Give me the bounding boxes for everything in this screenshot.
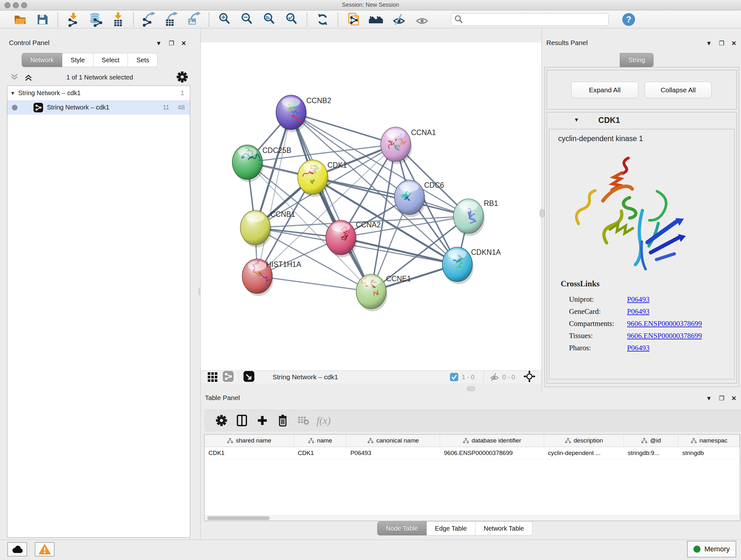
collapse-all-button[interactable]: Collapse All — [645, 82, 712, 98]
show-grid-button[interactable] — [207, 371, 218, 383]
table-cell[interactable]: CDK1 — [205, 447, 294, 459]
tab-network[interactable]: Network — [22, 53, 62, 67]
crosslink-link[interactable]: P06493 — [627, 344, 650, 352]
tab-style[interactable]: Style — [62, 53, 93, 67]
collapse-panel-icon[interactable]: ▼ — [706, 40, 712, 46]
delete-column-button[interactable] — [273, 412, 293, 429]
zoom-in-button[interactable] — [213, 11, 236, 28]
column-header-database-identifier[interactable]: database identifier — [440, 435, 544, 447]
node-RB1[interactable]: RB1 — [454, 199, 498, 236]
refresh-button[interactable] — [312, 11, 334, 28]
column-header-@id[interactable]: @id — [624, 435, 678, 447]
warnings-button[interactable] — [35, 542, 55, 557]
node-HIST1H1A[interactable]: HIST1H1A — [242, 259, 301, 296]
network-graph[interactable]: CCNB2CCNA1CDC25BCDK1CDC6RB1CCNB1CCNA2CDK… — [201, 43, 541, 370]
tab-select[interactable]: Select — [93, 53, 128, 67]
network-birdseye-button[interactable] — [222, 371, 234, 383]
title-bar[interactable]: Session: New Session — [0, 0, 741, 10]
column-header-namespac[interactable]: namespac — [678, 435, 740, 447]
collapse-panel-icon[interactable]: ▼ — [706, 395, 712, 401]
node-CDK1[interactable]: CDK1 — [298, 160, 347, 197]
float-panel-icon[interactable]: ❐ — [719, 395, 724, 401]
table-cell[interactable]: stringdb — [678, 447, 740, 459]
table-cell[interactable]: CDK1 — [294, 447, 347, 459]
column-header-canonical-name[interactable]: canonical name — [347, 435, 440, 447]
table-options-button[interactable] — [211, 412, 232, 429]
tab-edge-table[interactable]: Edge Table — [427, 521, 475, 536]
node-CCNE1[interactable]: CCNE1 — [356, 274, 411, 311]
show-columns-button[interactable] — [232, 412, 252, 429]
right-splitter-handle[interactable] — [540, 209, 544, 217]
delete-table-button[interactable] — [293, 412, 313, 429]
export-view-button[interactable] — [243, 371, 255, 383]
crosslink-link[interactable]: P06493 — [627, 295, 650, 303]
export-network-button[interactable] — [138, 11, 160, 28]
table-row[interactable]: CDK1CDK1P064939606.ENSP00000378699cyclin… — [205, 447, 740, 459]
export-image-button[interactable] — [183, 11, 205, 28]
tab-sets[interactable]: Sets — [128, 53, 158, 67]
import-network-button[interactable] — [62, 11, 84, 28]
toolbar-search[interactable] — [451, 13, 609, 26]
cloud-status-button[interactable] — [7, 542, 27, 557]
close-panel-icon[interactable]: ✕ — [731, 395, 737, 401]
bottom-splitter-handle[interactable] — [467, 386, 475, 391]
hidden-eye-icon[interactable] — [488, 372, 499, 382]
table-cell[interactable]: 9606.ENSP00000378699 — [440, 447, 544, 459]
network-collection-row[interactable]: ▼ String Network – cdk1 1 — [7, 86, 190, 100]
add-column-button[interactable] — [252, 412, 273, 429]
open-session-button[interactable] — [9, 11, 31, 28]
close-panel-icon[interactable]: ✕ — [731, 40, 737, 46]
column-header-shared-name[interactable]: shared name — [205, 435, 294, 447]
scrollbar-thumb[interactable] — [207, 516, 270, 520]
tab-string[interactable]: String — [620, 53, 654, 67]
fit-content-button[interactable] — [523, 370, 536, 384]
memory-button[interactable]: Memory — [687, 541, 736, 557]
close-panel-icon[interactable]: ✕ — [181, 40, 186, 46]
table-cell[interactable]: cyclin-dependent ... — [544, 447, 624, 459]
import-network-from-database-button[interactable] — [84, 11, 107, 28]
tab-node-table[interactable]: Node Table — [377, 521, 427, 536]
export-table-button[interactable] — [160, 11, 183, 28]
section-expander-icon[interactable]: ▼ — [574, 117, 579, 123]
edge-HIST1H1A-CCNE1[interactable] — [257, 276, 371, 292]
table-cell[interactable]: stringdb:9... — [624, 447, 678, 459]
selected-checkbox-icon[interactable] — [450, 373, 459, 381]
function-builder-button[interactable]: f(x) — [313, 412, 334, 429]
network-canvas[interactable]: CCNB2CCNA1CDC25BCDK1CDC6RB1CCNB1CCNA2CDK… — [201, 43, 541, 370]
node-CDC6[interactable]: CDC6 — [394, 180, 444, 217]
tree-expander-icon[interactable]: ▼ — [7, 90, 18, 96]
protein-section-header[interactable]: ▼ CDK1 — [547, 112, 737, 128]
node-CDC25B[interactable]: CDC25B — [232, 145, 291, 182]
network-row[interactable]: String Network – cdk1 11 48 — [7, 100, 190, 115]
edge-CCNA2-CDKN1A[interactable] — [341, 238, 457, 264]
zoom-out-button[interactable] — [236, 11, 258, 28]
first-neighbors-button[interactable] — [365, 11, 387, 28]
zoom-selected-button[interactable] — [280, 11, 303, 28]
show-all-button[interactable] — [409, 11, 432, 28]
import-table-button[interactable] — [107, 11, 129, 28]
hide-selected-button[interactable] — [387, 11, 409, 28]
edge-CDK1-RB1[interactable] — [313, 177, 468, 216]
float-panel-icon[interactable]: ❐ — [719, 40, 724, 46]
horizontal-scrollbar[interactable] — [205, 515, 739, 521]
node-CCNA1[interactable]: CCNA1 — [381, 127, 436, 164]
float-panel-icon[interactable]: ❐ — [169, 40, 174, 46]
table-cell[interactable]: P06493 — [347, 447, 440, 459]
expand-all-button[interactable]: Expand All — [571, 82, 638, 98]
edge-CCNB2-CCNE1[interactable] — [291, 112, 371, 292]
collapse-all-icon[interactable] — [10, 73, 19, 82]
network-options-gear[interactable] — [176, 71, 188, 84]
column-header-description[interactable]: description — [544, 435, 624, 447]
copy-network-button[interactable] — [342, 11, 365, 28]
help-button[interactable]: ? — [617, 11, 640, 28]
expand-all-icon[interactable] — [23, 73, 33, 82]
save-session-button[interactable] — [31, 11, 54, 28]
edge-CCNB2-HIST1H1A[interactable] — [257, 112, 291, 276]
column-header-name[interactable]: name — [294, 435, 347, 447]
crosslink-link[interactable]: P06493 — [627, 307, 650, 315]
tab-network-table[interactable]: Network Table — [475, 521, 533, 536]
crosslink-link[interactable]: 9606.ENSP00000378699 — [627, 332, 702, 340]
collapse-panel-icon[interactable]: ▼ — [156, 40, 162, 46]
crosslink-link[interactable]: 9606.ENSP00000378699 — [627, 320, 702, 327]
zoom-fit-button[interactable] — [258, 11, 280, 28]
